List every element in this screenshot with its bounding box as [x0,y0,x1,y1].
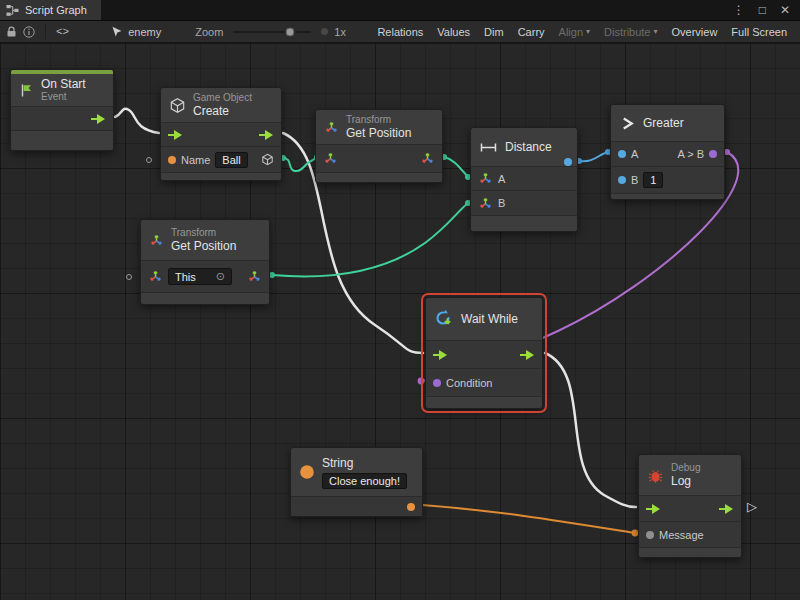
transform-icon [149,233,164,248]
position-output-port[interactable] [247,269,262,284]
output-label: A > B [677,148,704,160]
distribute-button[interactable]: Distribute▾ [597,21,664,42]
node-wait-while[interactable]: Wait While Condition [425,297,543,409]
string-output-port[interactable] [407,503,415,511]
node-get-position-top[interactable]: Transform Get Position [315,109,443,183]
input-port-a[interactable] [618,150,626,158]
condition-input-port[interactable] [433,379,441,387]
overview-button[interactable]: Overview [665,21,725,42]
game-object-output-port[interactable] [261,153,274,166]
flag-icon [19,83,34,98]
transform-icon [478,171,493,186]
node-greater[interactable]: Greater A A > B B 1 [610,104,725,200]
node-footer [471,215,577,231]
wire-create-to-getposition[interactable] [283,157,317,171]
result-output-port[interactable] [709,150,717,158]
fullscreen-button[interactable]: Full Screen [724,21,794,42]
node-footer [611,193,724,199]
wire-string-to-message[interactable] [422,505,635,533]
lock-icon[interactable] [6,26,17,38]
node-distance[interactable]: Distance A B [470,127,578,232]
window-close-icon[interactable]: ✕ [780,3,790,17]
name-value-field[interactable]: Ball [215,152,247,168]
b-value-field[interactable]: 1 [643,172,663,188]
node-footer [161,172,281,180]
node-title: Wait While [461,312,518,326]
carry-button[interactable]: Carry [511,21,552,42]
node-title: Log [671,474,700,488]
node-on-start-event[interactable]: On Start Event [10,69,114,151]
zoom-slider[interactable] [233,31,311,33]
node-footer [11,130,113,150]
zoom-slider-handle[interactable] [285,27,294,36]
window-titlebar: Script Graph ⋮ □ ✕ [0,0,800,21]
window-menu-icon[interactable]: ⋮ [733,3,745,17]
port-label-a: A [631,148,638,160]
flow-output-port[interactable] [719,504,734,514]
node-title: Get Position [171,239,236,253]
zoom-reset-dot[interactable] [321,28,328,35]
window-maximize-icon[interactable]: □ [759,3,766,17]
this-value-field[interactable]: This ⊙ [168,268,232,285]
flow-output-port[interactable] [520,350,535,360]
flow-output-port[interactable] [91,114,106,124]
graph-canvas[interactable]: On Start Event Game Object Create [0,43,800,600]
node-category: Transform [346,114,411,126]
object-picker-icon[interactable]: ⊙ [216,270,225,283]
node-game-object-create[interactable]: Game Object Create Name Ball [160,87,282,181]
window-controls: ⋮ □ ✕ [733,0,800,20]
wire-distance-to-greater[interactable] [579,152,608,161]
dim-button[interactable]: Dim [477,21,511,42]
node-footer [639,547,741,557]
blue-wire-endpoints [576,149,611,164]
node-footer [141,292,269,304]
node-title: Greater [643,116,684,130]
input-port-b[interactable] [618,176,626,184]
chevron-down-icon: ▾ [654,27,658,36]
wire-waitwhile-to-log[interactable] [545,353,636,507]
align-button[interactable]: Align▾ [552,21,597,42]
toolbar-buttons: Relations Values Dim Carry Align▾ Distri… [370,21,794,42]
string-value-field[interactable]: Close enough! [322,473,407,489]
cursor-icon [111,26,122,38]
node-subtitle: Event [41,91,86,103]
ruler-icon [479,141,498,154]
position-output-port[interactable] [420,151,435,166]
node-title: On Start [41,77,86,91]
cube-icon [169,97,186,114]
this-value: This [175,271,196,283]
node-debug-log[interactable]: Debug Log Message [638,454,742,558]
transform-input-port[interactable] [323,151,338,166]
message-input-port[interactable] [646,531,654,539]
relations-button[interactable]: Relations [370,21,430,42]
flow-input-port[interactable] [433,350,448,360]
port-label-message: Message [659,529,704,541]
wire-onstart-to-create[interactable] [115,109,159,133]
flow-input-port[interactable] [646,504,661,514]
greater-icon [619,115,636,132]
wire-getposition-to-distance-b[interactable] [272,203,468,276]
node-footer [426,396,542,408]
bug-icon [647,467,664,484]
node-title: Distance [505,140,552,154]
flow-output-port[interactable] [259,130,274,140]
name-input-port[interactable] [168,156,176,164]
distance-output-port[interactable] [564,158,572,166]
transform-icon [324,120,339,135]
node-title: Create [193,104,252,118]
info-icon[interactable] [23,26,35,38]
code-icon[interactable]: <> [56,26,69,38]
node-string[interactable]: String Close enough! [290,447,423,517]
tab-script-graph[interactable]: Script Graph [0,0,101,20]
transform-input-port[interactable] [148,269,163,284]
string-icon [299,464,315,480]
values-button[interactable]: Values [430,21,477,42]
script-graph-icon [6,4,19,17]
flow-input-port[interactable] [168,130,183,140]
flow-continuation-icon: ▷ [747,499,757,514]
node-get-position-left[interactable]: Transform Get Position This ⊙ [140,219,270,305]
wire-getposition-to-distance-a[interactable] [444,157,468,177]
toolbar-divider [45,24,46,39]
port-label-b: B [498,197,505,209]
port-label-condition: Condition [446,377,492,389]
